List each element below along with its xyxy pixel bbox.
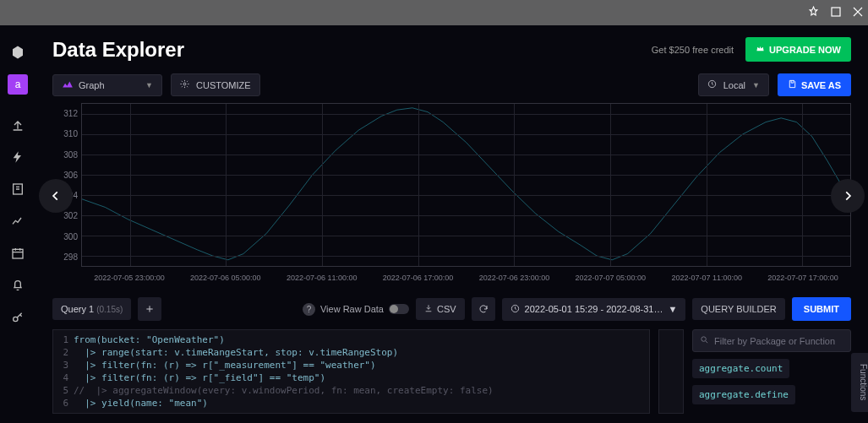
prev-arrow-button[interactable] bbox=[39, 179, 73, 213]
raw-data-toggle[interactable]: ? View Raw Data bbox=[303, 303, 409, 316]
timezone-selector[interactable]: Local ▼ bbox=[698, 73, 769, 96]
save-as-button[interactable]: SAVE AS bbox=[778, 73, 851, 96]
plot-area[interactable] bbox=[81, 103, 851, 267]
raw-data-label: View Raw Data bbox=[320, 304, 384, 314]
page-title: Data Explorer bbox=[52, 38, 184, 62]
restore-icon[interactable] bbox=[831, 7, 841, 19]
viz-type-label: Graph bbox=[79, 80, 105, 90]
toggle-switch[interactable] bbox=[389, 304, 409, 314]
time-range-selector[interactable]: 2022-05-01 15:29 - 2022-08-31… ▼ bbox=[502, 298, 686, 321]
key-icon[interactable] bbox=[8, 307, 28, 328]
pin-icon[interactable] bbox=[808, 6, 819, 19]
csv-label: CSV bbox=[437, 304, 456, 314]
svg-rect-0 bbox=[832, 8, 840, 16]
query-tab-time: (0.15s) bbox=[96, 305, 123, 314]
svg-point-4 bbox=[183, 83, 186, 85]
svg-rect-2 bbox=[13, 249, 23, 258]
search-placeholder: Filter by Package or Function bbox=[714, 336, 835, 346]
functions-side-tab[interactable]: Functions bbox=[851, 353, 868, 412]
sidebar: a bbox=[0, 25, 35, 423]
next-arrow-button[interactable] bbox=[831, 179, 865, 213]
svg-point-7 bbox=[701, 337, 707, 342]
customize-label: CUSTOMIZE bbox=[196, 80, 251, 90]
functions-panel: Filter by Package or Function aggregate.… bbox=[692, 329, 851, 414]
function-search-input[interactable]: Filter by Package or Function bbox=[692, 329, 851, 352]
query-tab[interactable]: Query 1 (0.15s) bbox=[52, 298, 131, 320]
chart: 298300302304306308310312 2022-07-05 23:0… bbox=[52, 103, 851, 289]
clock-icon bbox=[510, 304, 520, 315]
avatar[interactable]: a bbox=[8, 74, 28, 95]
customize-button[interactable]: CUSTOMIZE bbox=[171, 73, 260, 96]
bell-icon[interactable] bbox=[8, 275, 28, 296]
chart-icon[interactable] bbox=[8, 211, 28, 231]
save-icon bbox=[788, 79, 797, 90]
chevron-down-icon: ▼ bbox=[752, 81, 760, 89]
csv-button[interactable]: CSV bbox=[416, 298, 465, 320]
clock-icon bbox=[707, 79, 717, 90]
calendar-icon[interactable] bbox=[8, 243, 28, 263]
refresh-button[interactable] bbox=[472, 297, 495, 321]
query-builder-button[interactable]: QUERY BUILDER bbox=[692, 298, 784, 320]
function-item[interactable]: aggregate.define bbox=[692, 385, 795, 404]
editor-minimap[interactable] bbox=[658, 329, 684, 414]
range-label: 2022-05-01 15:29 - 2022-08-31… bbox=[525, 304, 663, 314]
gear-icon bbox=[180, 79, 189, 90]
chevron-down-icon: ▼ bbox=[668, 304, 677, 314]
crown-icon bbox=[756, 44, 765, 55]
upgrade-label: UPGRADE NOW bbox=[769, 45, 841, 55]
editor-row: 1from(bucket: "OpenWeather")2 |> range(s… bbox=[52, 329, 851, 414]
download-icon bbox=[424, 304, 433, 314]
code-editor[interactable]: 1from(bucket: "OpenWeather")2 |> range(s… bbox=[52, 329, 650, 414]
window-titlebar bbox=[0, 0, 868, 25]
upgrade-button[interactable]: UPGRADE NOW bbox=[745, 37, 851, 62]
builder-label: QUERY BUILDER bbox=[701, 304, 776, 314]
main-content: Data Explorer Get $250 free credit UPGRA… bbox=[35, 25, 868, 423]
submit-button[interactable]: SUBMIT bbox=[792, 297, 851, 321]
function-item[interactable]: aggregate.count bbox=[692, 359, 789, 378]
upload-icon[interactable] bbox=[8, 115, 28, 135]
chevron-down-icon: ▼ bbox=[145, 81, 153, 89]
query-bar: Query 1 (0.15s) ＋ ? View Raw Data CSV bbox=[52, 289, 851, 329]
toolbar: Graph ▼ CUSTOMIZE Local ▼ bbox=[52, 70, 851, 103]
search-icon bbox=[700, 335, 709, 346]
bolt-icon[interactable] bbox=[8, 147, 28, 167]
viz-type-selector[interactable]: Graph ▼ bbox=[52, 74, 162, 96]
page-header: Data Explorer Get $250 free credit UPGRA… bbox=[52, 25, 851, 70]
add-query-button[interactable]: ＋ bbox=[138, 297, 161, 321]
svg-point-3 bbox=[14, 317, 18, 321]
x-axis: 2022-07-05 23:00:002022-07-06 05:00:0020… bbox=[81, 270, 851, 289]
note-icon[interactable] bbox=[8, 179, 28, 199]
save-label: SAVE AS bbox=[801, 80, 841, 90]
close-icon[interactable] bbox=[853, 7, 863, 19]
timezone-label: Local bbox=[723, 80, 745, 90]
credit-text[interactable]: Get $250 free credit bbox=[652, 45, 734, 55]
logo-icon[interactable] bbox=[8, 42, 28, 62]
app-window: a Data Explorer Get $250 free credit UPG… bbox=[0, 25, 868, 423]
graph-icon bbox=[62, 80, 74, 90]
help-icon: ? bbox=[303, 303, 315, 316]
query-tab-label: Query 1 bbox=[61, 304, 94, 314]
